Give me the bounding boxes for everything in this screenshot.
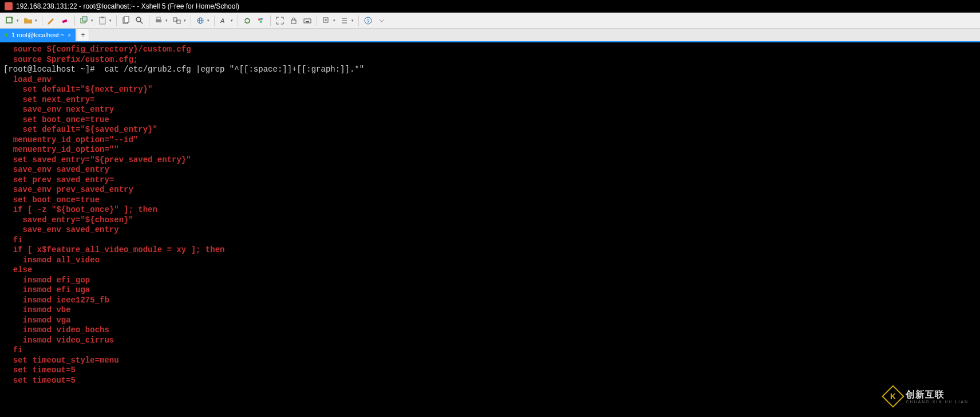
status-dot-icon <box>5 33 8 37</box>
terminal-line: insmod ieee1275_fb <box>3 296 977 306</box>
new-session-button[interactable] <box>3 14 21 27</box>
terminal-line: set boot_once=true <box>3 195 977 206</box>
palette-button[interactable] <box>255 14 267 27</box>
terminal-line: insmod efi_uga <box>3 285 977 296</box>
svg-rect-7 <box>101 17 104 18</box>
tab-session-1[interactable]: 1 root@localhost:~ × <box>0 29 76 41</box>
print-button[interactable] <box>152 14 169 27</box>
terminal-line: [root@localhost ~]# cat /etc/grub2.cfg |… <box>3 65 977 75</box>
terminal-line: insmod vbe <box>3 305 977 316</box>
watermark: K 创新互联 CHUANG XIN HU LIAN <box>885 388 969 404</box>
terminal-line: set boot_once=true <box>3 115 977 125</box>
terminal-line: save_env next_entry <box>3 105 977 115</box>
svg-point-22 <box>260 21 262 23</box>
add-tab-button[interactable]: + <box>77 29 89 41</box>
titlebar: 192.168.238.131:22 - root@localhost:~ - … <box>0 0 980 13</box>
terminal-output[interactable]: source ${config_directory}/custom.cfg so… <box>0 42 980 388</box>
keyboard-button[interactable] <box>301 14 314 27</box>
terminal-line: fi <box>3 235 977 246</box>
svg-point-21 <box>260 18 263 20</box>
find-button[interactable] <box>133 14 146 27</box>
svg-line-11 <box>140 21 143 23</box>
terminal-line: insmod video_cirrus <box>3 336 977 346</box>
terminal-line: set timeout=5 <box>3 376 977 386</box>
watermark-sub: CHUANG XIN HU LIAN <box>906 400 969 404</box>
terminal-line: if [ -z "${boot_once}" ]; then <box>3 205 977 215</box>
terminal-line: saved_entry="${chosen}" <box>3 215 977 226</box>
svg-rect-23 <box>291 20 296 23</box>
separator <box>214 15 215 26</box>
terminal-line: set prev_saved_entry= <box>3 175 977 186</box>
copy-session-button[interactable] <box>78 14 95 27</box>
help-button[interactable]: ? <box>362 14 374 27</box>
terminal-line: save_env saved_entry <box>3 165 977 175</box>
tabbar: 1 root@localhost:~ × + <box>0 29 980 42</box>
font-button[interactable]: A <box>218 14 235 27</box>
terminal-line: set default="${next_entry}" <box>3 85 977 95</box>
svg-rect-12 <box>156 19 161 22</box>
svg-rect-15 <box>177 20 180 23</box>
watermark-logo-icon: K <box>882 385 905 408</box>
terminal-line: source ${config_directory}/custom.cfg <box>3 45 977 55</box>
separator <box>191 15 191 26</box>
separator <box>149 15 149 26</box>
separator <box>358 15 359 26</box>
svg-rect-3 <box>62 19 68 22</box>
terminal-line: set next_entry= <box>3 95 977 105</box>
terminal-line: insmod all_video <box>3 255 977 266</box>
terminal-line: set saved_entry="${prev_saved_entry}" <box>3 155 977 166</box>
list-button[interactable] <box>338 14 355 27</box>
separator <box>42 15 42 26</box>
app-icon <box>5 2 13 10</box>
terminal-line: save_env saved_entry <box>3 225 977 235</box>
svg-rect-14 <box>173 18 177 21</box>
toolbar: A ? <box>0 13 980 29</box>
svg-rect-13 <box>157 17 160 19</box>
svg-text:A: A <box>220 17 224 24</box>
svg-point-10 <box>136 17 141 22</box>
lock-button[interactable] <box>287 14 300 27</box>
terminal-line: set timeout_style=menu <box>3 356 977 366</box>
terminal-line: insmod efi_gop <box>3 276 977 286</box>
refresh-button[interactable] <box>241 14 254 27</box>
separator <box>116 15 117 26</box>
terminal-line: source $prefix/custom.cfg; <box>3 55 977 65</box>
window-title: 192.168.238.131:22 - root@localhost:~ - … <box>16 2 239 10</box>
tab-label: 1 root@localhost:~ <box>11 32 64 38</box>
transfer-button[interactable] <box>171 14 188 27</box>
paste-button[interactable] <box>96 14 113 27</box>
terminal-line: set timeout=5 <box>3 365 977 376</box>
close-icon[interactable]: × <box>68 32 71 38</box>
terminal-line: save_env prev_saved_entry <box>3 185 977 195</box>
dropdown-icon[interactable] <box>376 14 388 27</box>
svg-text:?: ? <box>367 18 370 24</box>
add-button[interactable] <box>320 14 337 27</box>
separator <box>270 15 271 26</box>
open-button[interactable] <box>22 14 39 27</box>
pencil-button[interactable] <box>45 14 58 27</box>
eraser-button[interactable] <box>59 14 72 27</box>
watermark-brand: 创新互联 <box>906 389 969 401</box>
terminal-line: load_env <box>3 75 977 85</box>
terminal-line: fi <box>3 345 977 356</box>
svg-point-20 <box>258 18 260 21</box>
fullscreen-button[interactable] <box>274 14 286 27</box>
terminal-line: set default="${saved_entry}" <box>3 125 977 135</box>
terminal-line: menuentry_id_option="" <box>3 145 977 155</box>
copy-button[interactable] <box>120 14 132 27</box>
globe-button[interactable] <box>194 14 211 27</box>
terminal-line: if [ x$feature_all_video_module = xy ]; … <box>3 245 977 255</box>
svg-rect-5 <box>82 17 87 21</box>
separator <box>74 15 75 26</box>
terminal-line: insmod video_bochs <box>3 325 977 336</box>
terminal-line: menuentry_id_option="--id" <box>3 135 977 145</box>
separator <box>317 15 317 26</box>
separator <box>238 15 238 26</box>
svg-rect-9 <box>124 17 129 22</box>
terminal-line: insmod vga <box>3 316 977 326</box>
terminal-line: else <box>3 265 977 276</box>
